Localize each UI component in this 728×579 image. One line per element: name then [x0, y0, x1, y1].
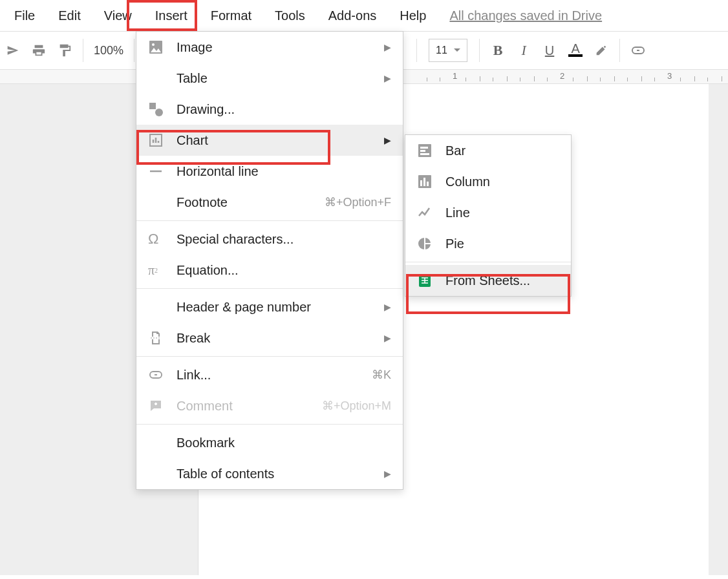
pi-icon: π2: [148, 263, 177, 278]
svg-point-3: [155, 109, 163, 116]
insert-equation-label: Equation...: [177, 263, 391, 278]
insert-header-label: Header & page number: [177, 300, 384, 315]
insert-footnote-label: Footnote: [177, 195, 325, 210]
font-size-value: 11: [436, 45, 447, 56]
svg-rect-8: [420, 150, 425, 152]
insert-break[interactable]: Break ▶: [136, 322, 403, 353]
omega-icon: Ω: [148, 231, 177, 247]
chart-from-sheets[interactable]: From Sheets...: [405, 265, 571, 296]
pie-chart-icon: [417, 236, 445, 251]
submenu-arrow-icon: ▶: [384, 42, 391, 52]
svg-rect-12: [423, 178, 425, 186]
zoom-level[interactable]: 100%: [89, 44, 129, 58]
svg-rect-9: [420, 153, 429, 155]
comment-shortcut: ⌘+Option+M: [322, 399, 391, 413]
menu-file[interactable]: File: [3, 3, 47, 28]
share-icon[interactable]: [0, 37, 26, 63]
menu-view[interactable]: View: [92, 3, 144, 28]
chart-column[interactable]: Column: [405, 166, 571, 197]
menu-addons[interactable]: Add-ons: [317, 3, 389, 28]
chart-from-sheets-label: From Sheets...: [445, 273, 530, 288]
submenu-arrow-icon: ▶: [384, 333, 391, 343]
horizontal-line-icon: [148, 163, 177, 179]
insert-link[interactable]: Link... ⌘K: [136, 359, 403, 390]
insert-image-label: Image: [177, 40, 384, 55]
insert-drawing-label: Drawing...: [177, 102, 391, 117]
link-icon: [148, 367, 177, 383]
insert-hline-label: Horizontal line: [177, 164, 391, 179]
chevron-down-icon: [454, 47, 460, 54]
insert-chart-label: Chart: [177, 133, 384, 148]
footnote-shortcut: ⌘+Option+F: [325, 195, 391, 209]
svg-rect-7: [420, 147, 428, 149]
insert-drawing[interactable]: Drawing...: [136, 94, 403, 125]
chart-pie[interactable]: Pie: [405, 228, 571, 259]
insert-link-button[interactable]: [625, 37, 651, 63]
ruler-2: 2: [560, 71, 564, 81]
insert-table-label: Table: [177, 71, 384, 86]
chart-pie-label: Pie: [445, 237, 464, 251]
ruler-1: 1: [453, 71, 457, 81]
drawing-icon: [148, 101, 177, 117]
insert-bookmark[interactable]: Bookmark: [136, 427, 403, 458]
insert-break-label: Break: [177, 331, 384, 346]
chart-submenu: Bar Column Line Pie From Sheets...: [405, 134, 572, 297]
insert-bookmark-label: Bookmark: [177, 436, 391, 450]
insert-special-characters[interactable]: Ω Special characters...: [136, 224, 403, 255]
insert-toc-label: Table of contents: [177, 467, 384, 481]
text-color-button[interactable]: A: [562, 37, 588, 63]
svg-point-1: [152, 43, 155, 46]
menubar: File Edit View Insert Format Tools Add-o…: [0, 0, 728, 31]
insert-menu-dropdown: Image ▶ Table ▶ Drawing... Chart ▶ Horiz…: [136, 31, 403, 490]
image-icon: [148, 39, 177, 55]
chart-bar[interactable]: Bar: [405, 135, 571, 166]
print-icon[interactable]: [26, 37, 52, 63]
insert-header-page-number[interactable]: Header & page number ▶: [136, 291, 403, 322]
menu-tools[interactable]: Tools: [263, 3, 317, 28]
save-status[interactable]: All changes saved in Drive: [449, 8, 602, 23]
insert-footnote[interactable]: Footnote ⌘+Option+F: [136, 187, 403, 218]
bold-button[interactable]: B: [485, 37, 511, 63]
chart-line-label: Line: [445, 205, 470, 220]
insert-image[interactable]: Image ▶: [136, 32, 403, 63]
insert-special-label: Special characters...: [177, 232, 391, 247]
svg-rect-13: [427, 182, 429, 186]
svg-rect-11: [420, 180, 422, 186]
insert-toc[interactable]: Table of contents ▶: [136, 458, 403, 489]
paint-format-icon[interactable]: [52, 37, 78, 63]
font-size-input[interactable]: 11: [429, 39, 467, 62]
ruler-3: 3: [667, 71, 672, 81]
insert-horizontal-line[interactable]: Horizontal line: [136, 156, 403, 187]
link-shortcut: ⌘K: [372, 368, 391, 382]
submenu-arrow-icon: ▶: [384, 302, 391, 312]
page-break-icon: [148, 330, 177, 346]
bar-chart-icon: [417, 143, 445, 158]
highlight-color-button[interactable]: [588, 37, 614, 63]
insert-chart[interactable]: Chart ▶: [136, 125, 403, 156]
comment-icon: [148, 398, 177, 414]
chart-line[interactable]: Line: [405, 197, 571, 228]
chart-column-label: Column: [445, 174, 490, 189]
submenu-arrow-icon: ▶: [384, 468, 391, 479]
submenu-arrow-icon: ▶: [384, 73, 391, 83]
sheets-icon: [417, 273, 445, 288]
italic-button[interactable]: I: [511, 37, 537, 63]
menu-edit[interactable]: Edit: [47, 3, 92, 28]
insert-table[interactable]: Table ▶: [136, 63, 403, 94]
insert-equation[interactable]: π2 Equation...: [136, 255, 403, 286]
chart-bar-label: Bar: [445, 143, 466, 158]
column-chart-icon: [417, 174, 445, 189]
underline-button[interactable]: U: [537, 37, 562, 63]
line-chart-icon: [417, 205, 445, 220]
chart-icon: [148, 132, 177, 148]
menu-help[interactable]: Help: [388, 3, 438, 28]
submenu-arrow-icon: ▶: [384, 135, 391, 145]
menu-format[interactable]: Format: [199, 3, 263, 28]
svg-rect-2: [149, 103, 156, 109]
insert-comment-label: Comment: [177, 399, 322, 414]
menu-insert[interactable]: Insert: [144, 3, 199, 28]
insert-comment[interactable]: Comment ⌘+Option+M: [136, 390, 403, 421]
insert-link-label: Link...: [177, 368, 372, 383]
